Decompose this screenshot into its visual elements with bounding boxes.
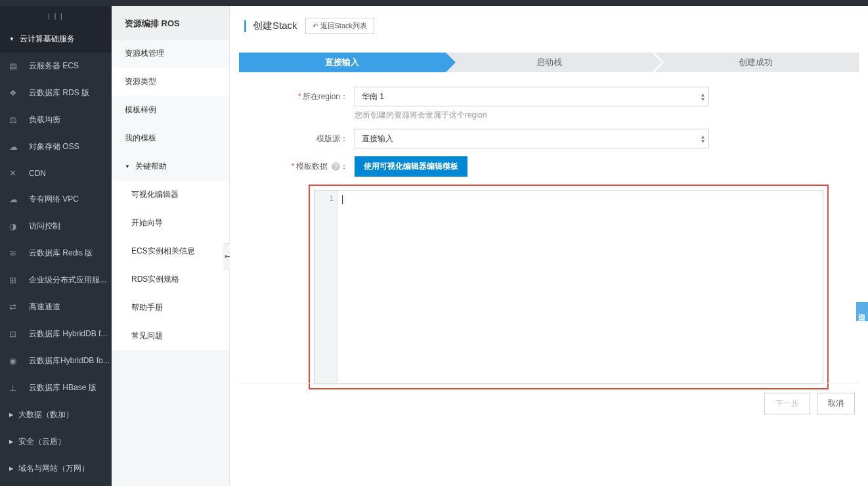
sidebar-nav-item[interactable]: 模板样例	[112, 96, 229, 124]
feedback-tab[interactable]: 咨询·建议	[856, 302, 868, 321]
sidebar-product-item[interactable]: ☁对象存储 OSS	[0, 133, 112, 160]
select-updown-icon: ▴▾	[701, 134, 705, 143]
form-row-source: 模版源： 直接输入 ▴▾	[250, 129, 848, 148]
text-cursor	[342, 195, 343, 204]
template-code-editor[interactable]: 1	[314, 190, 823, 384]
product-icon: ✕	[9, 168, 22, 178]
sidebar-collapse-toggle[interactable]: | | |	[0, 6, 112, 26]
nav-item-label: 资源栈管理	[125, 49, 164, 58]
nav-item-label: 模板样例	[125, 105, 156, 114]
sidebar-product-item[interactable]: ◉云数据库HybridDB fo...	[0, 347, 112, 374]
sidebar-product-item[interactable]: ⊡云数据库 HybridDB f...	[0, 320, 112, 347]
editor-code-area[interactable]	[338, 190, 823, 384]
top-header-bar	[0, 0, 868, 6]
product-icon: ⊥	[9, 383, 22, 393]
back-to-stack-list-button[interactable]: ↶ 返回Stack列表	[305, 18, 375, 34]
sidebar-category-header[interactable]: ▶大数据（数加）	[0, 401, 112, 428]
sidebar-section-header[interactable]: ▼关键帮助	[112, 152, 229, 181]
open-visual-editor-button[interactable]: 使用可视化编辑器编辑模板	[355, 156, 467, 177]
category-label: 大数据（数加）	[18, 409, 74, 420]
sidebar-category-header[interactable]: ▶域名与网站（万网）	[0, 455, 112, 482]
source-select-value: 直接输入	[362, 133, 393, 144]
sidebar-nav-item[interactable]: RDS实例规格	[112, 265, 229, 294]
main-header: 创建Stack ↶ 返回Stack列表	[230, 6, 868, 43]
template-data-label: *模板数据 ?：	[250, 156, 355, 172]
sidebar-nav-item[interactable]: 可视化编辑器	[112, 181, 229, 209]
step-launch-stack[interactable]: 启动栈	[446, 53, 653, 72]
sidebar-product-item[interactable]: ≋云数据库 Redis 版	[0, 240, 112, 267]
next-step-button[interactable]: 下一步	[764, 393, 810, 414]
back-arrow-icon: ↶	[313, 22, 318, 30]
template-editor-highlight: 1	[309, 185, 829, 389]
sidebar-product-item[interactable]: ⊞企业级分布式应用服...	[0, 267, 112, 294]
product-item-label: 访问控制	[29, 221, 60, 232]
sidebar-nav-item[interactable]: ECS实例相关信息	[112, 237, 229, 265]
editor-gutter: 1	[315, 190, 338, 384]
caret-right-icon: ▶	[9, 466, 13, 472]
region-hint: 您所创建的资源将会隶属于这个region	[355, 110, 709, 121]
nav-item-label: ECS实例相关信息	[131, 246, 195, 255]
page-title: 创建Stack	[253, 20, 297, 32]
sidebar-product-item[interactable]: ▤云服务器 ECS	[0, 53, 112, 79]
sidebar-category-header[interactable]: ▶安全（云盾）	[0, 428, 112, 455]
sidebar-group-label: 云计算基础服务	[20, 33, 75, 45]
product-item-label: 云数据库HybridDB fo...	[29, 355, 110, 366]
product-item-label: 云数据库 HybridDB f...	[29, 328, 107, 340]
collapse-icon: | | |	[48, 12, 63, 20]
form-actions: 下一步 取消	[230, 384, 868, 424]
region-select-value: 华南 1	[362, 91, 384, 102]
nav-item-label: 可视化编辑器	[131, 190, 179, 199]
help-icon[interactable]: ?	[332, 162, 340, 171]
sidebar-group-header-compute[interactable]: ▼ 云计算基础服务	[0, 26, 112, 53]
product-icon: ⇄	[9, 302, 22, 312]
nav-item-label: RDS实例规格	[131, 275, 179, 284]
product-icon: ◑	[9, 221, 22, 231]
sidebar-category-header[interactable]: ▶云市场	[0, 482, 112, 486]
caret-down-icon: ▼	[125, 164, 130, 169]
wizard-steps: 直接输入 启动栈 创建成功	[239, 53, 859, 72]
stack-form: *所在region： 华南 1 ▴▾ 您所创建的资源将会隶属于这个region …	[230, 87, 868, 177]
product-item-label: 专有网络 VPC	[29, 194, 79, 205]
category-label: 安全（云盾）	[18, 436, 66, 447]
select-updown-icon: ▴▾	[701, 92, 705, 101]
product-icon: ❖	[9, 88, 22, 98]
step-label: 启动栈	[536, 56, 562, 68]
product-item-label: 云服务器 ECS	[29, 60, 79, 72]
sidebar-product-item[interactable]: ☁专有网络 VPC	[0, 186, 112, 213]
step-label: 创建成功	[739, 56, 773, 68]
nav-item-label: 我的模板	[125, 133, 156, 143]
caret-right-icon: ▶	[9, 412, 13, 418]
product-item-label: 企业级分布式应用服...	[29, 275, 106, 286]
region-label: *所在region：	[250, 87, 355, 102]
product-item-label: CDN	[29, 169, 46, 178]
sidebar-nav-item[interactable]: 我的模板	[112, 124, 229, 152]
product-icon: ◉	[9, 356, 22, 366]
line-number: 1	[315, 194, 334, 203]
sidebar-product-item[interactable]: ⊥云数据库 HBase 版	[0, 374, 112, 401]
step-direct-input[interactable]: 直接输入	[239, 53, 446, 72]
template-source-select[interactable]: 直接输入 ▴▾	[355, 129, 709, 148]
sidebar-group-compute: ▼ 云计算基础服务 ▤云服务器 ECS❖云数据库 RDS 版⚖负载均衡☁对象存储…	[0, 26, 112, 401]
sidebar-nav-item[interactable]: 开始向导	[112, 209, 229, 237]
service-title: 资源编排 ROS	[112, 6, 229, 39]
sidebar-nav-item[interactable]: 常见问题	[112, 322, 229, 350]
sidebar-product-item[interactable]: ⚖负载均衡	[0, 106, 112, 133]
product-item-label: 云数据库 RDS 版	[29, 87, 89, 99]
category-label: 域名与网站（万网）	[18, 463, 89, 474]
step-create-success[interactable]: 创建成功	[652, 53, 859, 72]
step-label: 直接输入	[325, 56, 359, 68]
sidebar-nav-item[interactable]: 资源类型	[112, 68, 229, 96]
sidebar-product-item[interactable]: ◑访问控制	[0, 213, 112, 240]
sidebar-product-item[interactable]: ⇄高速通道	[0, 294, 112, 320]
cancel-button[interactable]: 取消	[817, 393, 855, 414]
sidebar-nav-item[interactable]: 帮助手册	[112, 294, 229, 322]
sidebar-product-item[interactable]: ❖云数据库 RDS 版	[0, 79, 112, 106]
form-row-template-data: *模板数据 ?： 使用可视化编辑器编辑模板	[250, 156, 848, 177]
caret-right-icon: ▶	[9, 439, 13, 445]
product-item-label: 云数据库 HBase 版	[29, 382, 97, 393]
sidebar-product-item[interactable]: ✕CDN	[0, 160, 112, 186]
sidebar-product-nav: | | | ▼ 云计算基础服务 ▤云服务器 ECS❖云数据库 RDS 版⚖负载均…	[0, 6, 112, 486]
sidebar-nav-item[interactable]: 资源栈管理	[112, 39, 229, 68]
region-select[interactable]: 华南 1 ▴▾	[355, 87, 709, 106]
product-item-label: 对象存储 OSS	[29, 141, 79, 152]
